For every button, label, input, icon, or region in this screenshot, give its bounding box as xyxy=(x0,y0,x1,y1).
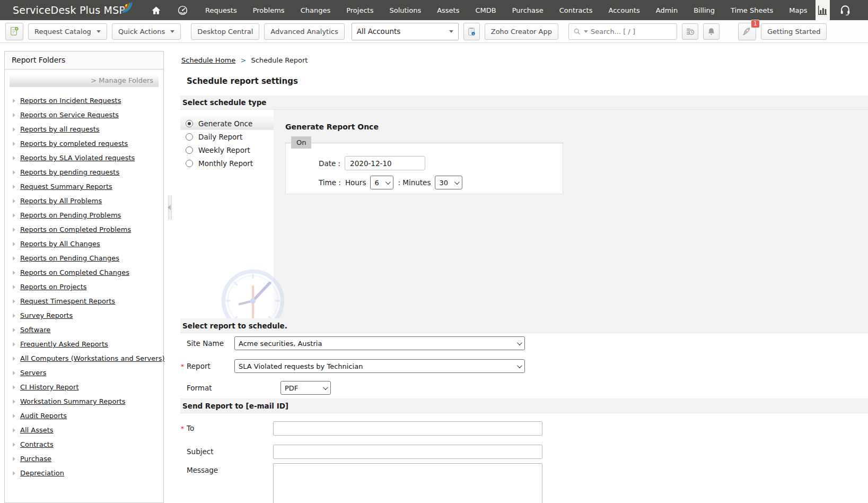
accounts-filter-select[interactable]: All Accounts xyxy=(352,23,459,40)
report-folder-item[interactable]: Purchase xyxy=(5,452,163,466)
whats-new-button[interactable]: 1 xyxy=(738,23,756,40)
manage-folders-button[interactable]: > Manage Folders xyxy=(10,75,159,87)
nav-menu-item[interactable]: Maps xyxy=(781,0,815,20)
global-search[interactable] xyxy=(568,23,677,40)
report-folder-item[interactable]: Depreciation xyxy=(5,466,163,480)
app-logo[interactable]: ServiceDesk Plus MSP xyxy=(13,0,136,20)
home-icon[interactable] xyxy=(143,0,169,20)
format-select[interactable]: PDF xyxy=(280,381,331,395)
getting-started-button[interactable]: Getting Started xyxy=(761,23,827,40)
radio-generate-once[interactable]: Generate Once xyxy=(180,117,274,130)
report-folder-item[interactable]: Reports by SLA Violated requests xyxy=(5,151,163,165)
report-folder-link[interactable]: Reports by pending requests xyxy=(20,168,119,176)
report-folder-item[interactable]: Reports by All Changes xyxy=(5,237,163,251)
zoho-creator-app-button[interactable]: Zoho Creator App xyxy=(485,23,558,40)
report-folder-link[interactable]: Reports on Projects xyxy=(20,283,87,291)
radio-weekly-report[interactable]: Weekly Report xyxy=(180,143,274,157)
report-folder-link[interactable]: Reports by All Problems xyxy=(20,197,102,205)
report-folder-link[interactable]: Reports on Completed Problems xyxy=(20,226,131,233)
sidebar-collapse-handle[interactable] xyxy=(168,195,173,220)
report-folder-link[interactable]: Reports by completed requests xyxy=(20,140,128,148)
report-folder-item[interactable]: Reports by All Problems xyxy=(5,194,163,208)
site-name-select[interactable]: Acme securities, Austria xyxy=(234,336,525,350)
hours-select[interactable]: 6 xyxy=(370,176,393,189)
nav-menu-item[interactable]: Billing xyxy=(686,0,723,20)
nav-menu-item[interactable]: Requests xyxy=(197,0,245,20)
desktop-central-button[interactable]: Desktop Central xyxy=(191,23,259,40)
search-input[interactable] xyxy=(591,28,672,36)
nav-menu-item[interactable]: Purchase xyxy=(504,0,551,20)
report-folder-item[interactable]: Contracts xyxy=(5,437,163,452)
notifications-button[interactable] xyxy=(703,23,720,40)
report-folder-link[interactable]: Reports by all requests xyxy=(20,125,100,133)
breadcrumb-schedule-home-link[interactable]: Schedule Home xyxy=(181,56,235,64)
report-folder-link[interactable]: Reports on Incident Requests xyxy=(20,97,121,105)
report-folder-item[interactable]: Frequently Asked Reports xyxy=(5,337,163,351)
report-folder-link[interactable]: Depreciation xyxy=(20,469,64,477)
report-folder-item[interactable]: Survey Reports xyxy=(5,308,163,323)
report-folder-item[interactable]: Reports on Projects xyxy=(5,280,163,294)
advanced-analytics-button[interactable]: Advanced Analytics xyxy=(264,23,344,40)
nav-menu-item[interactable]: Admin xyxy=(648,0,686,20)
report-folder-link[interactable]: Reports on Completed Changes xyxy=(20,268,129,276)
nav-menu-item[interactable]: Problems xyxy=(245,0,293,20)
nav-menu-item[interactable]: Assets xyxy=(429,0,467,20)
report-folder-link[interactable]: Reports by All Changes xyxy=(20,240,100,248)
report-folder-item[interactable]: Request Summary Reports xyxy=(5,179,163,194)
report-folder-link[interactable]: Audit Reports xyxy=(20,412,67,420)
report-folder-item[interactable]: Reports on Completed Problems xyxy=(5,222,163,237)
report-folder-item[interactable]: All Assets xyxy=(5,423,163,437)
on-tab[interactable]: On xyxy=(291,136,311,149)
report-folder-item[interactable]: Reports on Completed Changes xyxy=(5,265,163,280)
report-select[interactable]: SLA Violated requests by Technician xyxy=(234,359,525,373)
tab-reports-active[interactable] xyxy=(816,0,830,20)
recent-items-button[interactable] xyxy=(682,23,698,40)
report-folder-item[interactable]: Reports by all requests xyxy=(5,122,163,136)
nav-menu-item[interactable]: Changes xyxy=(293,0,339,20)
quick-actions-button[interactable]: Quick Actions xyxy=(112,23,181,40)
account-info-button[interactable] xyxy=(463,23,480,40)
nav-menu-item[interactable]: Accounts xyxy=(600,0,647,20)
support-button[interactable] xyxy=(830,0,868,20)
report-folder-item[interactable]: Reports on Pending Problems xyxy=(5,208,163,222)
report-folder-link[interactable]: All Assets xyxy=(20,426,54,434)
nav-menu-item[interactable]: Time Sheets xyxy=(723,0,781,20)
nav-menu-item[interactable]: Contracts xyxy=(551,0,601,20)
gauge-icon[interactable] xyxy=(169,0,196,20)
report-folder-link[interactable]: CI History Report xyxy=(20,383,79,391)
nav-menu-item[interactable]: Solutions xyxy=(381,0,429,20)
report-folder-link[interactable]: Request Summary Reports xyxy=(20,183,112,190)
report-folder-link[interactable]: All Computers (Workstations and Servers) xyxy=(20,354,164,362)
date-input[interactable] xyxy=(345,156,425,170)
report-folder-item[interactable]: Audit Reports xyxy=(5,409,163,423)
report-folder-link[interactable]: Reports on Pending Problems xyxy=(20,211,121,219)
report-folder-item[interactable]: Request Timespent Reports xyxy=(5,294,163,308)
report-folder-item[interactable]: CI History Report xyxy=(5,380,163,394)
nav-menu-item[interactable]: CMDB xyxy=(467,0,504,20)
report-folder-item[interactable]: Reports on Pending Changes xyxy=(5,251,163,265)
new-request-button[interactable] xyxy=(5,23,23,40)
report-folder-link[interactable]: Purchase xyxy=(20,455,51,463)
radio-daily-report[interactable]: Daily Report xyxy=(180,130,274,143)
report-folder-link[interactable]: Contracts xyxy=(20,440,54,448)
nav-menu-item[interactable]: Projects xyxy=(338,0,381,20)
message-textarea[interactable] xyxy=(273,463,542,503)
report-folder-item[interactable]: Reports by pending requests xyxy=(5,165,163,179)
report-folder-link[interactable]: Survey Reports xyxy=(20,311,73,319)
report-folder-link[interactable]: Reports on Service Requests xyxy=(20,111,119,119)
radio-monthly-report[interactable]: Monthly Report xyxy=(180,157,274,170)
report-folder-link[interactable]: Servers xyxy=(20,369,46,377)
report-folder-item[interactable]: Software xyxy=(5,323,163,337)
report-folder-item[interactable]: Reports by completed requests xyxy=(5,136,163,151)
report-folder-link[interactable]: Reports by SLA Violated requests xyxy=(20,154,135,162)
report-folder-link[interactable]: Frequently Asked Reports xyxy=(20,340,108,348)
report-folder-item[interactable]: Servers xyxy=(5,366,163,380)
report-folder-item[interactable]: Workstation Summary Reports xyxy=(5,394,163,409)
subject-input[interactable] xyxy=(273,445,542,459)
report-folder-link[interactable]: Workstation Summary Reports xyxy=(20,397,126,405)
to-input[interactable] xyxy=(273,421,542,436)
report-folder-link[interactable]: Software xyxy=(20,326,50,334)
minutes-select[interactable]: 30 xyxy=(435,176,462,189)
report-folder-link[interactable]: Reports on Pending Changes xyxy=(20,254,119,262)
report-folder-item[interactable]: All Computers (Workstations and Servers) xyxy=(5,351,163,366)
